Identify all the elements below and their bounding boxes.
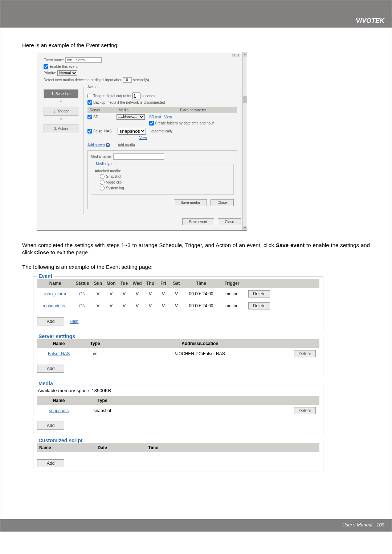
step-3-action[interactable]: 3. Action (44, 124, 78, 133)
view-link-2[interactable]: View (139, 136, 147, 140)
footer-text: User's Manual - 109 (342, 522, 384, 528)
close-event-button[interactable]: Close (218, 218, 241, 225)
event-name-label: Event name: (44, 58, 64, 62)
media-panel: Media Available memory space: 18500KB Na… (33, 384, 323, 434)
server-row: False_NAS ns \JOCHEN-PC\False_NAS Delete (37, 348, 319, 360)
col-name: Name (37, 443, 81, 452)
event-panel-legend: Event (37, 273, 54, 279)
col-sun: Sun (91, 279, 105, 288)
help-link[interactable]: Help (70, 319, 79, 324)
col-media: Media (117, 107, 149, 113)
col-thu: Thu (144, 279, 157, 288)
intro-text-1: Here is an example of the Event setting: (22, 42, 370, 48)
col-extra: Extra parameter (149, 107, 237, 113)
col-fri: Fri (157, 279, 170, 288)
brand-label: VIVOTEK (356, 17, 384, 25)
col-trigger: Trigger (219, 279, 245, 288)
customized-script-panel: Customized script Name Date Time Add (33, 441, 323, 472)
detect-pre-label: Detect next motion detection or digital … (44, 78, 122, 82)
col-time: Time (183, 279, 219, 288)
add-media-link[interactable]: Add media (118, 143, 135, 147)
cell-day: V (131, 301, 144, 311)
delete-button[interactable]: Delete (248, 290, 270, 297)
cell-day: V (105, 301, 118, 311)
cell-day: V (131, 289, 144, 299)
media-row: snapshots snapshot Delete (37, 405, 319, 416)
radio-snapshot[interactable] (100, 174, 105, 179)
sd-media-select[interactable]: ----None---- (117, 114, 145, 120)
radio-video-clip[interactable] (100, 180, 105, 185)
radio-system-log-label: System log (106, 186, 124, 190)
event-status-link[interactable]: ON (79, 303, 86, 308)
col-tue: Tue (118, 279, 131, 288)
enable-event-label: Enable this event (50, 65, 78, 69)
delete-button[interactable]: Delete (248, 302, 270, 309)
media-name-link[interactable]: snapshots (49, 408, 69, 413)
save-media-button[interactable]: Save media (174, 199, 207, 206)
header-band: VIVOTEK (0, 0, 392, 28)
delete-button[interactable]: Delete (294, 350, 316, 357)
cell-trigger: motion (219, 301, 245, 311)
cell-day: V (144, 289, 157, 299)
false-nas-checkbox[interactable] (87, 129, 92, 134)
media-name-label: Media name: (91, 155, 112, 159)
delete-button[interactable]: Delete (294, 407, 316, 414)
server-name-link[interactable]: False_NAS (48, 351, 70, 356)
col-sat: Sat (170, 279, 183, 288)
add-script-button[interactable]: Add (37, 459, 64, 467)
step-2-trigger[interactable]: 2. Trigger (44, 107, 78, 116)
add-event-button[interactable]: Add (37, 317, 64, 325)
add-server-link[interactable]: Add server▼ (87, 143, 110, 147)
false-nas-media-select[interactable]: snapshots (118, 128, 146, 135)
scrollbar[interactable]: ▲ ▼ (242, 52, 247, 230)
trigger-digital-seconds-input[interactable] (132, 93, 140, 99)
scroll-up-arrow-icon[interactable]: ▲ (243, 52, 247, 57)
media-name-input[interactable] (113, 153, 164, 160)
add-server-button[interactable]: Add (37, 365, 64, 373)
col-name: Name (37, 339, 81, 348)
event-name-link[interactable]: motiondetect (43, 303, 68, 308)
cs-panel-legend: Customized script (37, 438, 84, 443)
event-status-link[interactable]: ON (79, 291, 86, 296)
detect-seconds-input[interactable] (123, 77, 132, 83)
backup-media-label: Backup media if the network is disconnec… (93, 100, 165, 104)
save-event-button[interactable]: Save event (182, 218, 214, 225)
detect-post-label: second(s). (133, 78, 150, 82)
scroll-down-arrow-icon[interactable]: ▼ (243, 226, 247, 230)
body-paragraph: When completed the settings with steps 1… (22, 242, 370, 257)
scroll-thumb[interactable] (243, 96, 247, 103)
col-status: Status (73, 279, 91, 288)
col-address: Address/Location (110, 339, 290, 348)
priority-label: Priority: (44, 71, 56, 75)
add-media-button[interactable]: Add (37, 422, 64, 430)
event-name-input[interactable] (65, 57, 102, 63)
col-wed: Wed (131, 279, 144, 288)
cell-day: V (118, 301, 131, 311)
close-link[interactable]: close (232, 53, 240, 57)
sd-view-link[interactable]: View (164, 115, 172, 119)
backup-media-checkbox[interactable] (87, 100, 92, 105)
create-folders-checkbox[interactable] (149, 121, 154, 126)
enable-event-checkbox[interactable] (44, 64, 48, 69)
auto-label: automatically (151, 129, 172, 133)
step-1-schedule[interactable]: 1. Schedule (44, 89, 78, 98)
action-legend: Action (87, 85, 98, 89)
close-media-button[interactable]: Close (211, 199, 234, 206)
step-dot-icon (60, 100, 62, 102)
sd-test-link[interactable]: SD test (149, 115, 161, 119)
cell-day: V (144, 301, 157, 311)
sd-checkbox[interactable] (87, 115, 92, 119)
event-row: motiondetect ON V V V V V V V 00:00~24:0… (37, 300, 319, 312)
cell-type: snapshot (81, 406, 124, 415)
event-setting-screenshot: ▲ ▼ close Event name: Enable this event … (37, 52, 247, 231)
server-settings-panel: Server settings Name Type Address/Locati… (33, 337, 323, 377)
cell-day: V (91, 301, 105, 311)
col-name: Name (37, 279, 73, 288)
attached-media-label: Attached media: (95, 169, 230, 173)
col-mon: Mon (105, 279, 118, 288)
radio-system-log[interactable] (100, 186, 105, 190)
radio-snapshot-label: Snapshot (106, 175, 121, 178)
event-name-link[interactable]: intru_alarm (44, 291, 66, 296)
trigger-digital-checkbox[interactable] (87, 94, 92, 98)
priority-select[interactable]: Normal (57, 70, 77, 76)
